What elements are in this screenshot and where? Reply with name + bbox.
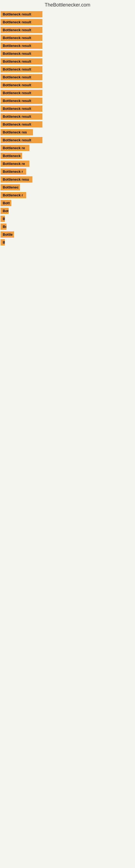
bottleneck-row: Bottlenec (1, 184, 135, 191)
bottleneck-row: Bottleneck re (1, 160, 135, 167)
bottleneck-badge: Bottleneck result (1, 137, 42, 143)
bottleneck-badge: Bottleneck result (1, 58, 42, 65)
bottleneck-row: Bottleneck result (1, 66, 135, 73)
bottleneck-row: Bot (1, 207, 135, 215)
bottleneck-badge: Bottleneck result (1, 19, 42, 25)
bottleneck-badge: Bottleneck result (1, 121, 42, 127)
bottleneck-row: Bottleneck re (1, 144, 135, 152)
bottleneck-row: Bottleneck result (1, 19, 135, 26)
bottleneck-badge: Bot (1, 208, 9, 214)
bottleneck-badge: Bottleneck result (1, 51, 42, 57)
bottleneck-badge: Bottleneck result (1, 27, 42, 33)
bottleneck-row: Bottleneck result (1, 42, 135, 50)
bottleneck-badge: Bottleneck res (1, 129, 33, 135)
bottleneck-row: Bottleneck result (1, 73, 135, 81)
site-title: TheBottlenecker.com (0, 0, 135, 9)
bottleneck-row: B (1, 215, 135, 222)
rows-container: Bottleneck resultBottleneck resultBottle… (0, 9, 135, 246)
bottleneck-row: Bottleneck resu (1, 176, 135, 183)
bottleneck-row: Bottleneck result (1, 105, 135, 112)
bottleneck-row: Bottleneck (1, 152, 135, 159)
bottleneck-badge: Bottleneck re (1, 161, 30, 167)
bottleneck-badge: Bottleneck result (1, 113, 42, 120)
bottleneck-row: Bottleneck result (1, 97, 135, 104)
bottleneck-row: Bottleneck r (1, 168, 135, 175)
bottleneck-badge: Bottle (1, 231, 14, 238)
bottleneck-badge: Bottleneck result (1, 105, 42, 112)
bottleneck-badge: Bottleneck result (1, 98, 42, 104)
bottleneck-row: Bottleneck result (1, 34, 135, 41)
bottleneck-badge: B (1, 239, 5, 246)
bottleneck-badge: Bottleneck result (1, 82, 42, 88)
bottleneck-badge: Bottleneck (1, 153, 22, 159)
bottleneck-badge: Bottleneck result (1, 35, 42, 41)
bottleneck-badge: Bottleneck result (1, 74, 42, 80)
bottleneck-badge: B (1, 216, 5, 222)
bottleneck-badge: Bottleneck re (1, 145, 30, 151)
bottleneck-row: Bottleneck r (1, 191, 135, 199)
bottleneck-badge: Bottleneck r (1, 168, 26, 175)
bottleneck-row: Bottleneck result (1, 10, 135, 18)
bottleneck-row: Bottleneck result (1, 26, 135, 34)
bottleneck-badge: Bottleneck resu (1, 176, 32, 183)
bottleneck-row: Bottle (1, 231, 135, 238)
bottleneck-row: Bottleneck result (1, 136, 135, 144)
bottleneck-badge: Bottleneck result (1, 90, 42, 96)
bottleneck-row: Bott (1, 199, 135, 207)
bottleneck-row: Bo (1, 223, 135, 230)
bottleneck-badge: Bottleneck result (1, 66, 42, 72)
bottleneck-row: Bottleneck res (1, 129, 135, 136)
bottleneck-row: B (1, 239, 135, 246)
bottleneck-row: Bottleneck result (1, 113, 135, 120)
bottleneck-row: Bottleneck result (1, 121, 135, 128)
bottleneck-badge: Bo (1, 223, 6, 230)
bottleneck-row: Bottleneck result (1, 89, 135, 97)
bottleneck-badge: Bott (1, 200, 11, 206)
bottleneck-badge: Bottleneck result (1, 42, 42, 49)
bottleneck-row: Bottleneck result (1, 50, 135, 57)
bottleneck-row: Bottleneck result (1, 82, 135, 89)
bottleneck-badge: Bottleneck result (1, 11, 42, 18)
bottleneck-badge: Bottlenec (1, 184, 20, 190)
bottleneck-badge: Bottleneck r (1, 192, 26, 198)
bottleneck-row: Bottleneck result (1, 58, 135, 65)
